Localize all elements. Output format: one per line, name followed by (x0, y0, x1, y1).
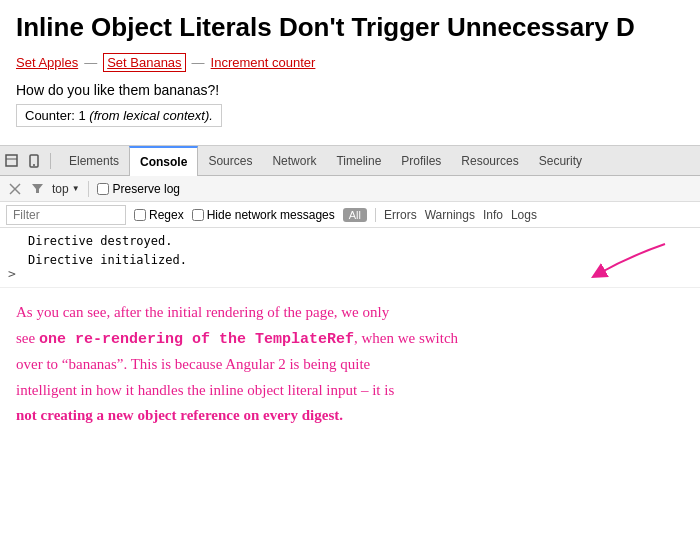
set-apples-link[interactable]: Set Apples (16, 55, 78, 70)
tab-sources[interactable]: Sources (198, 146, 262, 176)
filter-input[interactable] (6, 205, 126, 225)
annotation-line-4: intelligent in how it handles the inline… (16, 378, 684, 404)
description-text: How do you like them bananas?! (16, 82, 684, 98)
annotation-line-2: see one re-rendering of the TemplateRef,… (16, 326, 684, 353)
console-toolbar: top ▼ Preserve log (0, 176, 700, 202)
counter-box: Counter: 1 (from lexical context). (16, 104, 222, 127)
filter-bar: Regex Hide network messages All Errors W… (0, 202, 700, 228)
console-text-1: Directive destroyed. (28, 232, 173, 251)
arrow-annotation (580, 236, 680, 294)
devtools-tabs-bar: Elements Console Sources Network Timelin… (0, 146, 700, 176)
hide-network-checkbox[interactable] (192, 209, 204, 221)
devtools-icon-group (4, 153, 51, 169)
tab-timeline[interactable]: Timeline (326, 146, 391, 176)
preserve-log-checkbox[interactable] (97, 183, 109, 195)
console-prompt[interactable]: > (8, 266, 16, 281)
annotation-emphasis-2: not creating a new object reference on e… (16, 407, 343, 423)
console-output: Directive destroyed. Directive initializ… (0, 228, 700, 288)
tab-security[interactable]: Security (529, 146, 592, 176)
warnings-filter[interactable]: Warnings (425, 208, 475, 222)
all-filter-button[interactable]: All (343, 208, 367, 222)
dropdown-arrow-icon: ▼ (72, 184, 80, 193)
separator-2: — (192, 55, 205, 70)
devtools-panel: Elements Console Sources Network Timelin… (0, 145, 700, 288)
annotation-line-1: As you can see, after the initial render… (16, 300, 684, 326)
hide-network-checkbox-label[interactable]: Hide network messages (192, 208, 335, 222)
tab-console[interactable]: Console (129, 146, 198, 176)
mobile-icon[interactable] (26, 153, 42, 169)
svg-rect-0 (6, 155, 17, 166)
page-title: Inline Object Literals Don't Trigger Unn… (16, 12, 684, 43)
set-bananas-link[interactable]: Set Bananas (103, 53, 185, 72)
console-text-2: Directive initialized. (28, 251, 187, 270)
svg-marker-6 (32, 184, 43, 193)
clear-console-icon[interactable] (8, 182, 22, 196)
tab-network[interactable]: Network (262, 146, 326, 176)
tab-profiles[interactable]: Profiles (391, 146, 451, 176)
execution-context-dropdown[interactable]: top ▼ (52, 182, 80, 196)
toolbar-separator (88, 181, 89, 197)
tab-resources[interactable]: Resources (451, 146, 528, 176)
annotation-line-3: over to “bananas”. This is because Angul… (16, 352, 684, 378)
annotation-area: As you can see, after the initial render… (0, 288, 700, 441)
separator-1: — (84, 55, 97, 70)
top-content: Inline Object Literals Don't Trigger Unn… (0, 0, 700, 145)
regex-checkbox-label[interactable]: Regex (134, 208, 184, 222)
inspect-element-icon[interactable] (4, 153, 20, 169)
info-filter[interactable]: Info (483, 208, 503, 222)
errors-filter[interactable]: Errors (375, 208, 417, 222)
filter-icon[interactable] (30, 182, 44, 196)
preserve-log-checkbox-label[interactable]: Preserve log (97, 182, 180, 196)
counter-note: (from lexical context). (89, 108, 213, 123)
counter-value: Counter: 1 (25, 108, 86, 123)
logs-filter[interactable]: Logs (511, 208, 537, 222)
links-row: Set Apples — Set Bananas — Increment cou… (16, 53, 684, 72)
increment-counter-link[interactable]: Increment counter (211, 55, 316, 70)
annotation-emphasis-1: one re-rendering of the TemplateRef (39, 331, 354, 348)
regex-checkbox[interactable] (134, 209, 146, 221)
tab-elements[interactable]: Elements (59, 146, 129, 176)
annotation-line-5: not creating a new object reference on e… (16, 403, 684, 429)
